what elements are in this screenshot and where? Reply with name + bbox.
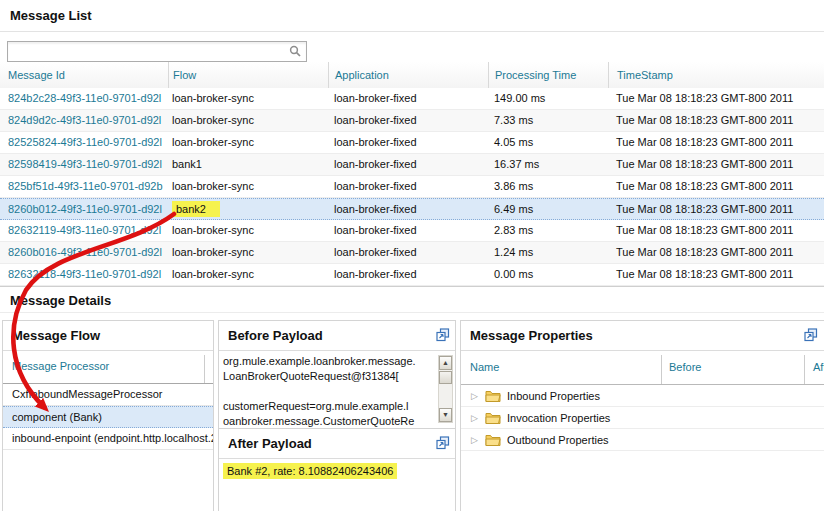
search-box[interactable] <box>7 41 307 62</box>
column-header-after[interactable]: After <box>813 361 824 373</box>
before-payload-panel: Before Payload org.mule.example.loanbrok… <box>218 320 456 428</box>
message-processor-column-header[interactable]: Message Processor <box>3 351 213 384</box>
message-flow-panel: Message Flow Message Processor CxfInboun… <box>2 320 214 511</box>
column-header-timestamp[interactable]: TimeStamp <box>608 62 824 88</box>
after-payload-panel: After Payload Bank #2, rate: 8.108824062… <box>218 428 456 511</box>
cell-flow: loan-broker-sync <box>168 176 328 197</box>
popout-icon[interactable] <box>804 328 818 342</box>
cell-processing-time: 6.49 ms <box>488 199 608 219</box>
search-icon[interactable] <box>289 45 301 57</box>
table-row[interactable]: 8260b016-49f3-11e0-9701-d92l loan-broker… <box>0 242 824 264</box>
cell-timestamp: Tue Mar 08 18:18:23 GMT-800 2011 <box>608 220 824 241</box>
message-list-header: Message Id Flow Application Processing T… <box>0 62 824 89</box>
message-properties-columns: Name Before After <box>461 351 824 385</box>
cell-flow: loan-broker-sync <box>168 88 328 109</box>
cell-message-id[interactable]: 82632118-49f3-11e0-9701-d92l <box>0 264 168 285</box>
property-group-row[interactable]: ▷ Outbound Properties <box>461 429 824 451</box>
table-row[interactable]: 82632118-49f3-11e0-9701-d92l loan-broker… <box>0 264 824 286</box>
cell-application: loan-broker-fixed <box>328 154 488 175</box>
folder-icon <box>485 433 501 446</box>
cell-flow: loan-broker-sync <box>168 242 328 263</box>
cell-processing-time: 1.24 ms <box>488 242 608 263</box>
cell-message-id[interactable]: 825bf51d-49f3-11e0-9701-d92b <box>0 176 168 197</box>
property-group-label[interactable]: Outbound Properties <box>507 430 609 450</box>
before-payload-title: Before Payload <box>228 328 323 343</box>
column-header-application[interactable]: Application <box>328 62 488 88</box>
message-details-title: Message Details <box>10 293 111 308</box>
table-row[interactable]: 824d9d2c-49f3-11e0-9701-d92l loan-broker… <box>0 110 824 132</box>
cell-processing-time: 0.00 ms <box>488 264 608 285</box>
cell-message-id[interactable]: 8260b012-49f3-11e0-9701-d92l <box>0 199 168 219</box>
expander-icon[interactable]: ▷ <box>471 386 485 406</box>
cell-processing-time: 16.37 ms <box>488 154 608 175</box>
table-row[interactable]: 82632119-49f3-11e0-9701-d92l loan-broker… <box>0 220 824 242</box>
cell-timestamp: Tue Mar 08 18:18:23 GMT-800 2011 <box>608 132 824 153</box>
message-flow-title: Message Flow <box>12 328 100 343</box>
message-list-titlebar: Message List <box>0 0 824 32</box>
cell-flow: loan-broker-sync <box>168 110 328 131</box>
after-payload-header: After Payload <box>219 429 455 459</box>
table-row[interactable]: 824b2c28-49f3-11e0-9701-d92l loan-broker… <box>0 88 824 110</box>
cell-flow: loan-broker-sync <box>168 132 328 153</box>
before-payload-header: Before Payload <box>219 321 455 351</box>
cell-application: loan-broker-fixed <box>328 242 488 263</box>
column-header-before[interactable]: Before <box>669 361 701 373</box>
message-processor-label: Message Processor <box>12 360 109 372</box>
cell-message-id[interactable]: 824d9d2c-49f3-11e0-9701-d92l <box>0 110 168 131</box>
folder-icon <box>485 389 501 402</box>
cell-message-id[interactable]: 82632119-49f3-11e0-9701-d92l <box>0 220 168 241</box>
column-divider <box>204 355 205 383</box>
message-properties-title: Message Properties <box>470 328 593 343</box>
expander-icon[interactable]: ▷ <box>471 408 485 428</box>
scroll-up-button[interactable]: ▲ <box>439 356 452 370</box>
before-payload-text: org.mule.example.loanbroker.message. Loa… <box>223 354 435 428</box>
popout-icon[interactable] <box>436 436 450 450</box>
flow-step-row[interactable]: inbound-enpoint (endpoint.http.localhost… <box>3 428 213 450</box>
property-group-label[interactable]: Inbound Properties <box>507 386 600 406</box>
vertical-scrollbar[interactable]: ▲ ▼ <box>438 355 453 423</box>
column-header-message-id[interactable]: Message Id <box>0 62 168 88</box>
popout-icon[interactable] <box>436 328 450 342</box>
flow-step-row-selected[interactable]: component (Bank) <box>3 406 213 428</box>
expander-icon[interactable]: ▷ <box>471 430 485 450</box>
cell-message-id[interactable]: 82525824-49f3-11e0-9701-d92l <box>0 132 168 153</box>
column-header-flow[interactable]: Flow <box>168 62 328 88</box>
highlight-after-payload: Bank #2, rate: 8.10882406243406 <box>223 463 397 479</box>
column-header-name[interactable]: Name <box>470 361 499 373</box>
cell-flow: loan-broker-sync <box>168 264 328 285</box>
cell-message-id[interactable]: 8260b016-49f3-11e0-9701-d92l <box>0 242 168 263</box>
folder-icon <box>485 411 501 424</box>
cell-timestamp: Tue Mar 08 18:18:23 GMT-800 2011 <box>608 264 824 285</box>
cell-application: loan-broker-fixed <box>328 199 488 219</box>
column-header-processing-time[interactable]: Processing Time <box>488 62 608 88</box>
cell-message-id[interactable]: 824b2c28-49f3-11e0-9701-d92l <box>0 88 168 109</box>
cell-processing-time: 4.05 ms <box>488 132 608 153</box>
cell-processing-time: 3.86 ms <box>488 176 608 197</box>
cell-processing-time: 149.00 ms <box>488 88 608 109</box>
scroll-down-button[interactable]: ▼ <box>439 408 452 422</box>
cell-timestamp: Tue Mar 08 18:18:23 GMT-800 2011 <box>608 199 824 219</box>
flow-step-row[interactable]: CxfInboundMessageProcessor <box>3 384 213 406</box>
message-details-titlebar: Message Details <box>0 286 824 313</box>
cell-application: loan-broker-fixed <box>328 132 488 153</box>
search-input[interactable] <box>11 43 285 60</box>
table-row[interactable]: 82525824-49f3-11e0-9701-d92l loan-broker… <box>0 132 824 154</box>
property-group-row[interactable]: ▷ Inbound Properties <box>461 385 824 407</box>
property-group-row[interactable]: ▷ Invocation Properties <box>461 407 824 429</box>
cell-message-id[interactable]: 82598419-49f3-11e0-9701-d92l <box>0 154 168 175</box>
table-row[interactable]: 82598419-49f3-11e0-9701-d92l bank1 loan-… <box>0 154 824 176</box>
table-row-selected[interactable]: 8260b012-49f3-11e0-9701-d92l bank2 loan-… <box>0 198 824 220</box>
cell-timestamp: Tue Mar 08 18:18:23 GMT-800 2011 <box>608 176 824 197</box>
table-row[interactable]: 825bf51d-49f3-11e0-9701-d92b loan-broker… <box>0 176 824 198</box>
monitoring-console: Message List Message Id Flow Application… <box>0 0 824 511</box>
payload-line: LoanBrokerQuoteRequest@f31384[ <box>223 369 435 384</box>
message-properties-header: Message Properties <box>461 321 824 351</box>
message-flow-header: Message Flow <box>3 321 213 351</box>
after-payload-title: After Payload <box>228 436 312 451</box>
property-group-label[interactable]: Invocation Properties <box>507 408 610 428</box>
cell-application: loan-broker-fixed <box>328 176 488 197</box>
cell-timestamp: Tue Mar 08 18:18:23 GMT-800 2011 <box>608 154 824 175</box>
scrollbar-thumb[interactable] <box>439 371 452 384</box>
column-divider <box>804 355 805 384</box>
cell-flow: bank1 <box>168 154 328 175</box>
